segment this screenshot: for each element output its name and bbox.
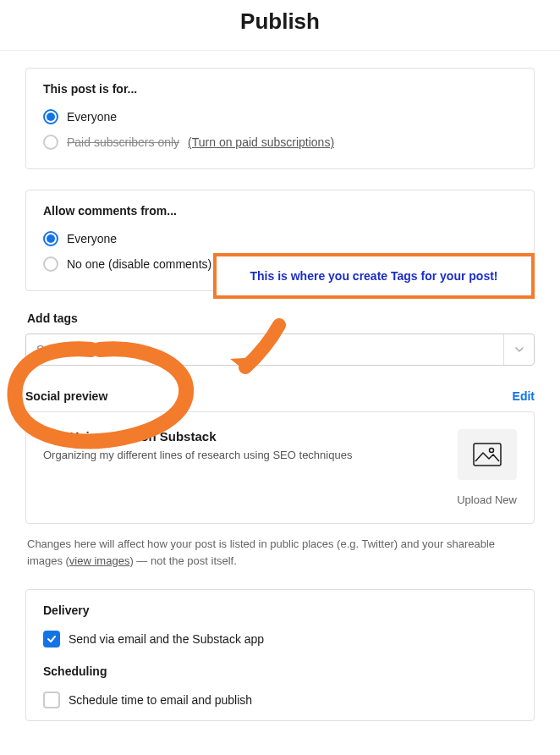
radio-unselected-icon	[43, 135, 58, 150]
comments-noone-label: No one (disable comments)	[67, 257, 211, 271]
radio-selected-icon	[43, 109, 58, 124]
page-title: Publish	[0, 0, 560, 51]
social-help-text: Changes here will affect how your post i…	[27, 536, 533, 569]
preview-title: Tip: Using Tags on Substack	[43, 429, 440, 444]
comments-heading: Allow comments from...	[43, 204, 517, 218]
audience-everyone-label: Everyone	[67, 110, 117, 124]
checkbox-checked-icon	[43, 631, 60, 648]
radio-selected-icon	[43, 231, 58, 246]
send-email-label: Send via email and the Substack app	[69, 632, 264, 646]
radio-unselected-icon	[43, 256, 58, 272]
social-heading: Social preview	[25, 389, 107, 403]
chevron-down-icon	[503, 334, 534, 365]
upload-new-button[interactable]: Upload New	[457, 493, 517, 506]
audience-option-paid[interactable]: Paid subscribers only (Turn on paid subs…	[43, 130, 517, 155]
delivery-heading: Delivery	[43, 603, 517, 617]
schedule-label: Schedule time to email and publish	[69, 693, 252, 707]
svg-point-1	[489, 449, 493, 453]
svg-rect-0	[474, 444, 501, 466]
tags-select[interactable]: Select...	[25, 333, 535, 366]
audience-option-everyone[interactable]: Everyone	[43, 104, 517, 130]
checkbox-unchecked-icon	[43, 692, 60, 708]
delivery-card: Delivery Send via email and the Substack…	[25, 589, 535, 721]
tags-placeholder: Select...	[26, 343, 503, 356]
audience-paid-label: Paid subscribers only	[67, 135, 179, 149]
audience-card: This post is for... Everyone Paid subscr…	[25, 68, 535, 169]
audience-heading: This post is for...	[43, 82, 517, 96]
send-email-option[interactable]: Send via email and the Substack app	[43, 625, 517, 653]
comments-option-everyone[interactable]: Everyone	[43, 226, 517, 251]
edit-button[interactable]: Edit	[513, 389, 535, 403]
schedule-option[interactable]: Schedule time to email and publish	[43, 686, 517, 714]
annotation-callout: This is where you create Tags for your p…	[213, 253, 535, 299]
comments-everyone-label: Everyone	[67, 232, 117, 245]
tags-heading: Add tags	[27, 311, 533, 325]
view-images-link[interactable]: view images	[69, 554, 130, 567]
turn-on-paid-link[interactable]: (Turn on paid subscriptions)	[188, 135, 334, 149]
preview-subtitle: Organizing my different lines of researc…	[43, 449, 440, 461]
social-preview-card: Tip: Using Tags on Substack Organizing m…	[25, 411, 535, 524]
image-placeholder-icon	[458, 429, 517, 480]
scheduling-heading: Scheduling	[43, 664, 517, 678]
